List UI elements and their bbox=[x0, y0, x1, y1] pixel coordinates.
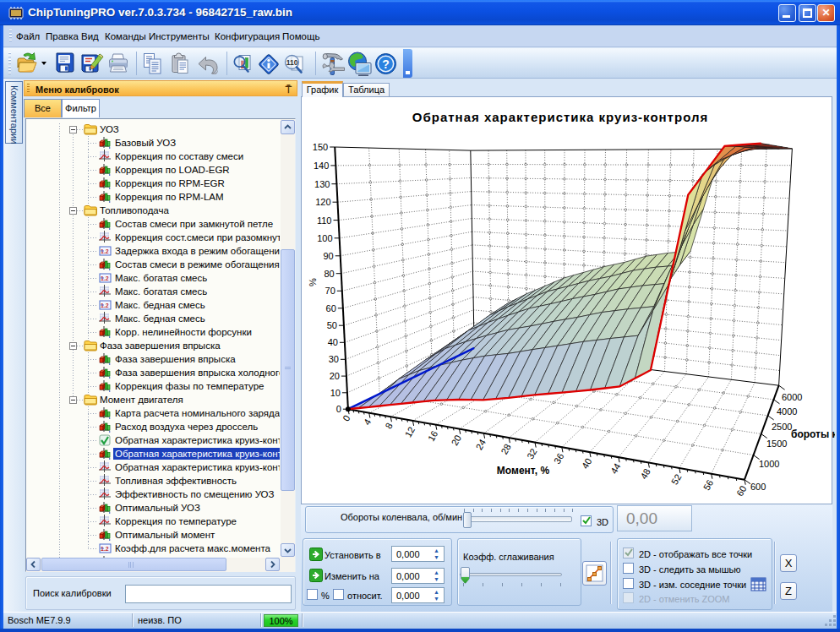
svg-text:1.2: 1.2 bbox=[101, 275, 109, 281]
svg-text:4000: 4000 bbox=[777, 406, 797, 417]
svg-text:600: 600 bbox=[750, 482, 766, 492]
svg-text:60: 60 bbox=[326, 303, 336, 313]
svg-text:16: 16 bbox=[426, 429, 440, 444]
svg-text:100: 100 bbox=[317, 233, 332, 243]
svg-text:28: 28 bbox=[499, 442, 513, 456]
svg-text:1000: 1000 bbox=[759, 459, 779, 469]
svg-text:0: 0 bbox=[336, 404, 341, 414]
svg-text:32: 32 bbox=[525, 447, 539, 461]
svg-text:44: 44 bbox=[608, 461, 623, 476]
svg-text:бороты к: бороты к bbox=[791, 428, 835, 440]
svg-text:8: 8 bbox=[383, 421, 394, 430]
svg-text:0: 0 bbox=[341, 413, 352, 422]
svg-text:24: 24 bbox=[474, 438, 488, 452]
svg-text:?: ? bbox=[382, 57, 390, 71]
svg-text:20: 20 bbox=[330, 371, 340, 381]
svg-text:110: 110 bbox=[317, 215, 332, 226]
svg-text:20: 20 bbox=[450, 433, 464, 448]
svg-text:1.2: 1.2 bbox=[101, 546, 109, 552]
svg-text:40: 40 bbox=[580, 456, 594, 471]
svg-text:40: 40 bbox=[328, 337, 338, 347]
svg-text:2500: 2500 bbox=[772, 422, 792, 432]
svg-text:52: 52 bbox=[669, 472, 684, 487]
svg-text:%: % bbox=[308, 278, 318, 286]
svg-text:4: 4 bbox=[362, 417, 373, 427]
svg-text:1500: 1500 bbox=[766, 439, 787, 449]
svg-text:60: 60 bbox=[734, 484, 749, 499]
svg-text:50: 50 bbox=[327, 320, 337, 330]
svg-text:36: 36 bbox=[552, 451, 566, 466]
svg-text:30: 30 bbox=[329, 354, 339, 364]
svg-text:1.2: 1.2 bbox=[101, 248, 109, 254]
svg-text:130: 130 bbox=[314, 179, 330, 189]
svg-text:6000: 6000 bbox=[782, 392, 802, 402]
svg-text:70: 70 bbox=[325, 286, 335, 296]
svg-text:150: 150 bbox=[313, 142, 328, 152]
svg-text:56: 56 bbox=[701, 478, 716, 493]
svg-text:12: 12 bbox=[403, 425, 417, 439]
svg-text:120: 120 bbox=[315, 197, 330, 207]
svg-text:90: 90 bbox=[323, 251, 333, 261]
svg-text:Момент, %: Момент, % bbox=[497, 465, 550, 477]
svg-text:80: 80 bbox=[324, 269, 334, 279]
svg-text:10: 10 bbox=[330, 388, 341, 398]
svg-text:140: 140 bbox=[314, 161, 329, 171]
svg-text:48: 48 bbox=[638, 467, 652, 482]
svg-text:1.2: 1.2 bbox=[101, 302, 109, 308]
svg-text:110: 110 bbox=[286, 58, 298, 67]
